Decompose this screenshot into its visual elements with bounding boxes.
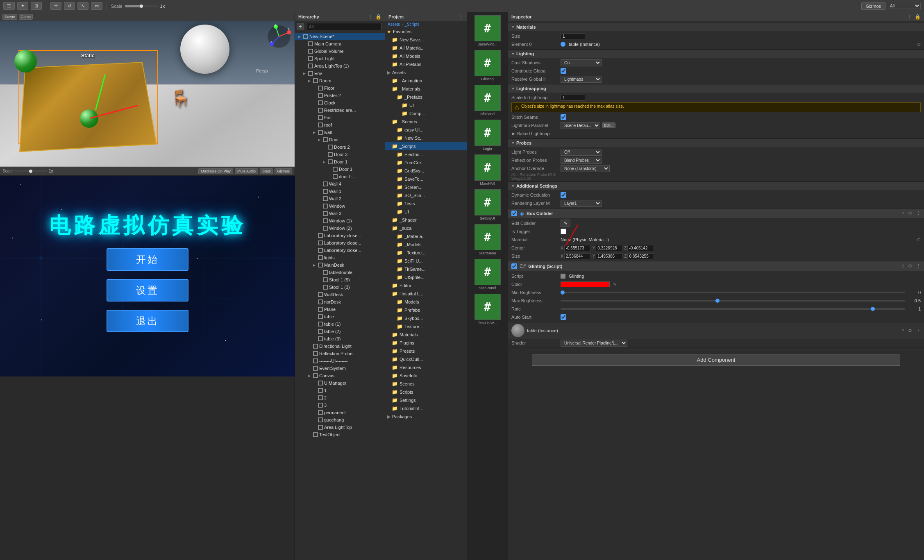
project-item[interactable]: 📁Screen... (385, 183, 467, 191)
lighting-header[interactable]: ▼ Lighting (508, 50, 924, 58)
center-x-input[interactable] (564, 245, 591, 251)
box-collider-enabled[interactable] (511, 211, 517, 216)
receive-global-select[interactable]: Lightmaps (561, 76, 602, 83)
project-item[interactable]: 📁Texture... (385, 322, 467, 331)
hierarchy-item[interactable]: Window (2) (295, 224, 385, 232)
hierarchy-item[interactable]: table (1) (295, 320, 385, 328)
project-item[interactable]: 📁UISprite... (385, 273, 467, 281)
project-item[interactable]: 📁Plugins (385, 339, 467, 347)
project-item[interactable]: 📁_Shader (385, 216, 467, 224)
hierarchy-item[interactable]: ▶Canvas (295, 372, 385, 379)
hierarchy-item[interactable]: ▶New Scene* (295, 33, 385, 40)
hierarchy-item[interactable]: Reflection Probe (295, 350, 385, 357)
project-item[interactable]: 📁_Materials (385, 85, 467, 93)
project-item[interactable]: 📁Electric... (385, 150, 467, 159)
additional-settings-header[interactable]: ▼ Additional Settings (508, 182, 924, 190)
max-brightness-thumb[interactable] (715, 299, 720, 303)
hierarchy-item[interactable]: Window (1) (295, 217, 385, 224)
hierarchy-search-input[interactable] (309, 25, 379, 29)
project-menu-icon[interactable]: ⋮ (459, 14, 463, 20)
project-item[interactable]: 📁Tests (385, 200, 467, 208)
toolbar-btn-left1[interactable]: ☰ (3, 2, 15, 10)
min-brightness-slider[interactable] (561, 292, 905, 293)
game-tab[interactable]: Game (19, 14, 33, 20)
hierarchy-item[interactable]: Restricted are... (295, 107, 385, 114)
cast-shadows-select[interactable]: On (561, 59, 602, 66)
project-item[interactable]: 📁Prefabs (385, 306, 467, 314)
anchor-override-select[interactable]: None (Transform) (561, 165, 610, 172)
rotate-tool[interactable]: ↺ (64, 2, 75, 10)
project-item[interactable]: 📁Hospital L... (385, 290, 467, 298)
hierarchy-item[interactable]: guochang (295, 416, 385, 424)
scale-slider[interactable] (125, 5, 158, 7)
asset-item[interactable]: #Glinting (469, 49, 506, 82)
hierarchy-item[interactable]: UIManager (295, 379, 385, 387)
hierarchy-lock-icon[interactable]: 🔒 (375, 14, 381, 20)
project-item[interactable]: 📁Presets (385, 347, 467, 355)
hierarchy-item[interactable]: ▶wall (295, 129, 385, 136)
scale-lightmap-input[interactable] (561, 95, 585, 101)
hierarchy-item[interactable]: Wall 2 (295, 195, 385, 202)
table-instance-help[interactable]: ? (901, 328, 904, 333)
min-brightness-thumb[interactable] (561, 290, 565, 295)
maximize-play-btn[interactable]: Maximize On Play (198, 168, 233, 174)
hierarchy-item[interactable]: Wall 1 (295, 188, 385, 195)
hierarchy-item[interactable]: Doors 2 (295, 143, 385, 151)
project-item[interactable]: 📁TutorialInf... (385, 404, 467, 413)
hierarchy-item[interactable]: ▶Door 1 (295, 158, 385, 166)
dynamic-occlusion-checkbox[interactable] (561, 192, 566, 198)
glinting-help-icon[interactable]: ? (901, 264, 904, 269)
glinting-settings-icon[interactable]: ⚙ (908, 263, 912, 269)
gizmos-bottom-btn[interactable]: Gizmos (275, 168, 292, 174)
edit-collider-btn[interactable]: ✎ (561, 220, 570, 227)
hierarchy-item[interactable]: tabledouble (295, 269, 385, 276)
size-y-input[interactable] (596, 253, 622, 259)
is-trigger-checkbox[interactable] (561, 229, 566, 234)
project-item[interactable]: 📁All Materia... (385, 44, 467, 52)
center-z-input[interactable] (627, 245, 654, 251)
box-collider-header[interactable]: ◈ Box Collider ? ⚙ ⋮ (508, 209, 924, 218)
breadcrumb-assets[interactable]: Assets (388, 22, 400, 27)
project-item[interactable]: 📁SaveTo... (385, 175, 467, 183)
asset-item[interactable]: #BaseWind... (469, 14, 506, 48)
box-collider-settings-icon[interactable]: ⚙ (908, 211, 912, 216)
hierarchy-item[interactable]: Laboratory close... (295, 247, 385, 254)
toolbar-btn-left3[interactable]: ⊞ (31, 2, 42, 10)
project-item[interactable]: 📁_Prefabs (385, 93, 467, 101)
collider-material-icon[interactable]: ⊙ (917, 237, 921, 243)
asset-item[interactable]: #StartMenu (469, 223, 506, 256)
box-collider-help-icon[interactable]: ? (901, 211, 904, 216)
toolbar-btn-left2[interactable]: ✦ (17, 2, 28, 10)
hierarchy-item[interactable]: Door 1 (295, 166, 385, 173)
hierarchy-item[interactable]: Directional Light (295, 342, 385, 350)
size-z-input[interactable] (627, 253, 654, 259)
color-swatch[interactable] (561, 281, 610, 287)
project-item[interactable]: 📁_Materia... (385, 232, 467, 240)
project-item[interactable]: 📁Editor (385, 281, 467, 290)
hierarchy-menu-icon[interactable]: ⋮ (368, 14, 373, 20)
hierarchy-item[interactable]: roof (295, 121, 385, 129)
asset-item[interactable]: #MainHMI (469, 153, 506, 187)
mute-audio-btn[interactable]: Mute Audio (235, 168, 258, 174)
project-item[interactable]: 📁UI (385, 101, 467, 109)
move-tool[interactable]: ✛ (50, 2, 61, 10)
glinting-header[interactable]: C# Glinting (Script) ? ⚙ ⋮ (508, 261, 924, 271)
rate-slider[interactable] (561, 308, 905, 310)
hierarchy-item[interactable]: Stool 1 (3) (295, 283, 385, 291)
project-item[interactable]: 📁Scenes (385, 380, 467, 388)
project-item[interactable]: 📁New Save... (385, 36, 467, 44)
hierarchy-item[interactable]: ▶Door (295, 136, 385, 143)
center-y-input[interactable] (596, 245, 622, 251)
color-picker-icon[interactable]: ✎ (613, 282, 617, 287)
hierarchy-item[interactable]: table (3) (295, 335, 385, 342)
hierarchy-item[interactable]: --------UI-------- (295, 357, 385, 365)
asset-item[interactable]: #TestListW... (469, 292, 506, 326)
project-item[interactable]: 📁New Sc... (385, 134, 467, 142)
project-item[interactable]: 📁_Scenes (385, 118, 467, 126)
project-item[interactable]: 📁Skybox... (385, 314, 467, 322)
project-item[interactable]: ▶Assets (385, 68, 467, 77)
project-item[interactable]: 📁SciFi U... (385, 257, 467, 265)
hierarchy-item[interactable]: Stool 1 (9) (295, 276, 385, 283)
light-probes-select[interactable]: Off (561, 149, 602, 156)
box-collider-more-icon[interactable]: ⋮ (916, 211, 921, 216)
